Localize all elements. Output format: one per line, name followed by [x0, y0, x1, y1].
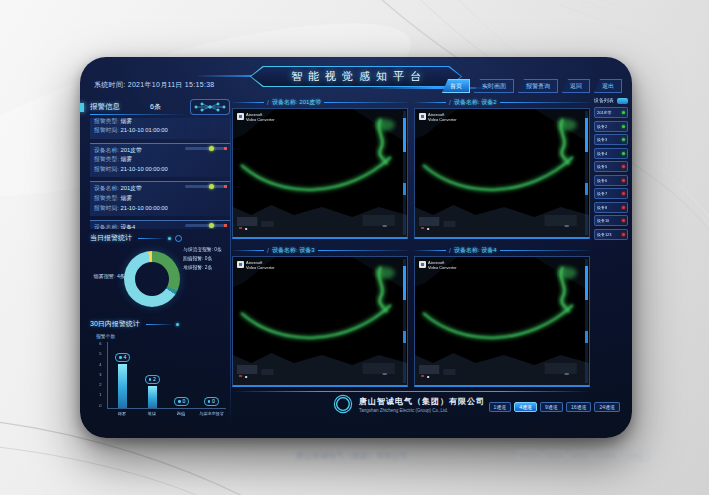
bar-value-bubble: 2 — [145, 375, 160, 384]
edge-accent — [80, 103, 84, 112]
x-tick-label: 烟雾 — [110, 411, 134, 416]
device-list-item[interactable]: 201皮带 — [594, 107, 628, 118]
video-scrollbar[interactable] — [403, 259, 406, 383]
device-status-dot — [622, 152, 625, 155]
alarm-threshold-slider[interactable] — [185, 185, 227, 188]
nav-button[interactable]: 退出 — [594, 79, 622, 93]
monthly-bar-chart: 报警个数 6543210 4 2 0 — [90, 333, 228, 427]
device-list-tab[interactable] — [617, 98, 628, 104]
donut-legend-right: 与煤流变报警: 0条跑偏报警: 0条堆煤报警: 2条 — [183, 246, 225, 271]
video-frame-art — [233, 109, 407, 237]
video-feed[interactable]: Aiseesoft Video Converter — [414, 256, 590, 387]
video-panel[interactable]: / 设备名称: 设备4 — [414, 245, 590, 387]
footer-divider — [232, 391, 590, 392]
video-scrollbar[interactable] — [403, 111, 406, 235]
video-frame-art — [233, 257, 407, 385]
watermark-icon — [237, 113, 244, 120]
donut-legend-item: 跑偏报警: 0条 — [183, 255, 222, 261]
alarm-entry[interactable]: 设备名称: 设备4 报警类型: 堆煤 报警时间: 21-10-10 00:00:… — [90, 220, 230, 229]
bar-group: 2 — [139, 375, 165, 408]
y-tick: 0 — [100, 404, 102, 408]
channel-button[interactable]: 9通道 — [540, 402, 563, 412]
video-feed[interactable]: Aiseesoft Video Converter — [232, 256, 408, 387]
scrollbar-thumb[interactable] — [585, 331, 588, 343]
video-panel[interactable]: / 设备名称: 设备3 — [232, 245, 408, 387]
device-list-item[interactable]: 设备3 — [594, 134, 628, 145]
company-logo — [333, 394, 353, 414]
watermark: Aiseesoft Video Converter — [419, 113, 458, 123]
bar — [148, 386, 157, 408]
alarm-threshold-slider[interactable] — [185, 147, 227, 150]
scrollbar-thumb[interactable] — [403, 331, 406, 343]
nav-button[interactable]: 实时画面 — [474, 79, 514, 93]
topology-icon — [190, 99, 230, 115]
scrollbar-thumb[interactable] — [403, 118, 406, 151]
dashboard-panel: 系统时间: 2021年10月11日 15:15:38 智能视觉感知平台 首页 实… — [80, 57, 632, 438]
alarm-panel-title: 报警信息 — [90, 102, 120, 112]
channel-button[interactable]: 4通道 — [514, 402, 537, 412]
video-feed[interactable]: Aiseesoft Video Converter — [232, 108, 408, 239]
device-status-dot — [622, 125, 625, 128]
alarm-threshold-slider[interactable] — [185, 224, 227, 227]
donut-legend-item: 与煤流变报警: 0条 — [183, 246, 222, 252]
alarm-entry[interactable]: 设备名称: 201皮带 报警类型: 烟雾 报警时间: 21-10-10 00:0… — [90, 143, 230, 178]
today-stats-title: 当日报警统计 — [90, 233, 132, 243]
section-decor — [138, 235, 182, 242]
channel-button[interactable]: 16通道 — [566, 402, 592, 412]
video-wall: / 设备名称: 201皮带 — [232, 97, 590, 387]
device-list-item[interactable]: 设备10 — [594, 215, 628, 226]
device-list-item[interactable]: 设备5 — [594, 161, 628, 172]
today-stats-chart: 烟雾报警: 4条 与煤流变报警: 0条跑偏报警: 0条堆煤报警: 2条 — [90, 245, 230, 329]
nav-button[interactable]: 首页 — [442, 79, 470, 93]
device-list-title: 设备列表 — [594, 97, 614, 104]
alarm-list: 设备名称: 201皮带 报警类型: 烟雾 报警时间: 21-10-10 01:0… — [90, 118, 230, 229]
video-panel-header: / 设备名称: 设备3 — [232, 245, 408, 256]
bar-group: 0 — [169, 397, 195, 408]
y-tick: 5 — [100, 352, 102, 356]
video-frame-art — [415, 109, 589, 237]
video-panel-header: / 设备名称: 设备4 — [414, 245, 590, 256]
monthly-stats-title: 30日内报警统计 — [90, 319, 140, 329]
alarm-count-badge: 6条 — [150, 102, 161, 112]
panel-reflection: 唐山智诚电气（集团）有限公司 Tangshan Zhicheng Electri… — [296, 450, 636, 461]
device-list-item[interactable]: 设备8 — [594, 202, 628, 213]
channel-button[interactable]: 24通道 — [594, 402, 620, 412]
video-panel[interactable]: / 设备名称: 设备2 — [414, 97, 590, 239]
alarm-entry[interactable]: 设备名称: 201皮带 报警类型: 烟雾 报警时间: 21-10-10 00:0… — [90, 181, 230, 216]
video-scrollbar[interactable] — [585, 259, 588, 383]
scrollbar-thumb[interactable] — [403, 183, 406, 195]
device-list-item[interactable]: 设备7 — [594, 188, 628, 199]
alarm-entry[interactable]: 设备名称: 201皮带 报警类型: 烟雾 报警时间: 21-10-10 01:0… — [90, 118, 230, 139]
scrollbar-thumb[interactable] — [585, 118, 588, 151]
scrollbar-thumb[interactable] — [403, 266, 406, 299]
device-list-item[interactable]: 设备123 — [594, 229, 628, 240]
x-tick-label: 跑偏 — [169, 411, 193, 416]
device-status-dot — [622, 233, 625, 236]
channel-button[interactable]: 1通道 — [489, 402, 512, 412]
video-panel-header: / 设备名称: 201皮带 — [232, 97, 408, 108]
bar-plot: 4 2 0 0 — [107, 342, 226, 409]
device-list-item[interactable]: 设备4 — [594, 148, 628, 159]
watermark: Aiseesoft Video Converter — [237, 261, 276, 271]
x-axis-labels: 烟雾堆煤跑偏与煤流变报警 — [107, 411, 226, 416]
x-tick-label: 与煤流变报警 — [199, 411, 223, 416]
bar-group: 0 — [198, 397, 224, 408]
video-panel[interactable]: / 设备名称: 201皮带 — [232, 97, 408, 239]
video-scrollbar[interactable] — [585, 111, 588, 235]
bar-group: 4 — [110, 353, 136, 408]
y-tick: 6 — [100, 342, 102, 346]
scrollbar-thumb[interactable] — [585, 266, 588, 299]
scrollbar-thumb[interactable] — [585, 183, 588, 195]
video-feed[interactable]: Aiseesoft Video Converter — [414, 108, 590, 239]
section-decor — [146, 323, 179, 326]
vertical-divider — [230, 99, 231, 425]
left-sidebar: 报警信息 6条 设备名称: 201皮带 报警类 — [90, 99, 230, 429]
nav-button[interactable]: 返回 — [562, 79, 590, 93]
device-status-dot — [622, 192, 625, 195]
nav-button[interactable]: 报警查询 — [518, 79, 558, 93]
page-title: 智能视觉感知平台 — [250, 66, 462, 87]
device-list-item[interactable]: 设备6 — [594, 175, 628, 186]
bar — [118, 364, 127, 408]
system-time: 系统时间: 2021年10月11日 15:15:38 — [94, 80, 215, 90]
device-list-item[interactable]: 设备2 — [594, 121, 628, 132]
